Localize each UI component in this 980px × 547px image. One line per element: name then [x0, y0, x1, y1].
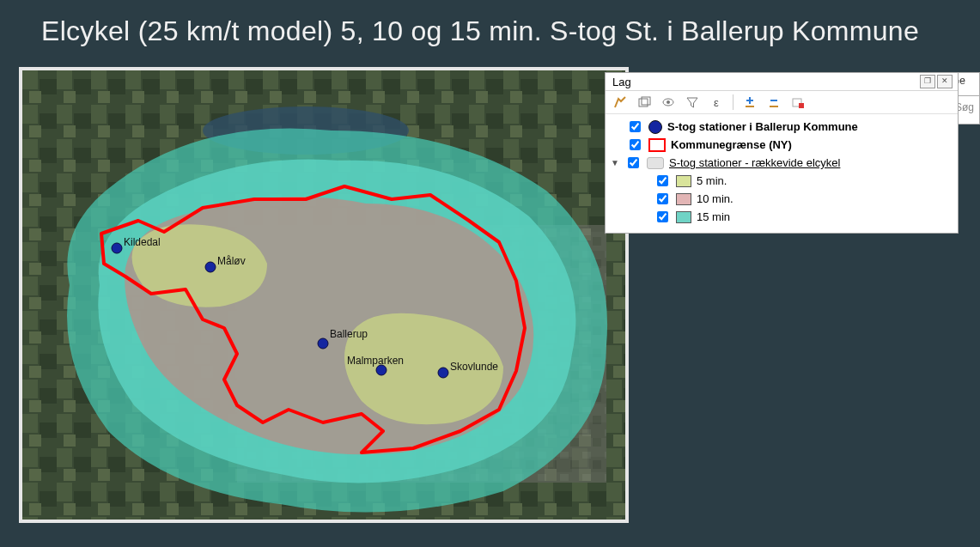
outline-symbol-icon — [648, 138, 666, 152]
svg-point-18 — [438, 368, 448, 378]
layer-isochrone-group[interactable]: ▼ S-tog stationer - rækkevide elcykel — [611, 154, 953, 172]
layer-iso10-checkbox[interactable] — [657, 193, 668, 204]
layer-iso5-label: 5 min. — [697, 174, 727, 187]
layer-isochrone-label: S-tog stationer - rækkevide elcykel — [669, 156, 840, 169]
layer-iso15-checkbox[interactable] — [657, 211, 668, 222]
svg-text:Kildedal: Kildedal — [124, 236, 161, 248]
expression-icon[interactable]: ε — [709, 94, 724, 110]
layer-stations-label: S-tog stationer i Ballerup Kommune — [667, 120, 858, 133]
point-symbol-icon — [648, 120, 662, 134]
svg-rect-20 — [639, 99, 648, 106]
swatch-10min-icon — [676, 193, 691, 205]
svg-point-23 — [667, 100, 670, 104]
layers-panel-title: Lag — [612, 76, 631, 88]
layer-iso5-checkbox[interactable] — [657, 175, 668, 186]
layer-border-label: Kommunegrænse (NY) — [671, 138, 792, 151]
layer-stations[interactable]: S-tog stationer i Ballerup Kommune — [611, 118, 953, 136]
svg-point-10 — [112, 243, 122, 253]
style-icon[interactable] — [612, 94, 628, 110]
layer-border[interactable]: Kommunegrænse (NY) — [611, 136, 953, 154]
layer-border-checkbox[interactable] — [630, 139, 641, 150]
layer-iso10-label: 10 min. — [697, 192, 733, 205]
panel-close-button[interactable]: ✕ — [937, 75, 953, 88]
layer-tree: S-tog stationer i Ballerup Kommune Kommu… — [606, 114, 958, 233]
svg-rect-25 — [799, 103, 804, 108]
group-symbol-icon — [647, 157, 664, 169]
svg-text:Måløv: Måløv — [217, 255, 246, 267]
layer-iso-5min[interactable]: 5 min. — [611, 172, 953, 190]
layer-stations-checkbox[interactable] — [630, 121, 641, 132]
collapse-all-icon[interactable] — [766, 94, 782, 110]
filter-icon[interactable] — [685, 94, 700, 110]
svg-text:Ballerup: Ballerup — [330, 328, 368, 340]
swatch-15min-icon — [676, 211, 691, 223]
layer-iso15-label: 15 min — [697, 210, 730, 223]
expand-all-icon[interactable] — [742, 94, 758, 110]
layers-toolbar: ε — [606, 91, 958, 114]
svg-rect-21 — [642, 97, 650, 105]
layer-iso-15min[interactable]: 15 min — [611, 208, 953, 226]
page-title: Elcykel (25 km/t model) 5, 10 og 15 min.… — [41, 15, 919, 47]
layers-panel: Lag ❐ ✕ ε — [605, 72, 959, 234]
collapse-caret-icon[interactable]: ▼ — [611, 158, 619, 167]
layer-iso-10min[interactable]: 10 min. — [611, 190, 953, 208]
svg-text:Skovlunde: Skovlunde — [450, 361, 498, 373]
svg-text:Malmparken: Malmparken — [347, 355, 404, 367]
map-svg: Kildedal Måløv Ballerup Malmparken Skovl… — [22, 70, 625, 520]
panel-undock-button[interactable]: ❐ — [920, 75, 935, 88]
remove-layer-icon[interactable] — [790, 94, 806, 110]
swatch-5min-icon — [676, 175, 691, 187]
svg-point-14 — [318, 338, 328, 349]
svg-point-12 — [205, 262, 216, 272]
visibility-icon[interactable] — [660, 94, 676, 110]
map-viewport[interactable]: Kildedal Måløv Ballerup Malmparken Skovl… — [19, 67, 629, 523]
layer-isochrone-checkbox[interactable] — [628, 157, 639, 168]
add-group-icon[interactable] — [636, 94, 652, 110]
